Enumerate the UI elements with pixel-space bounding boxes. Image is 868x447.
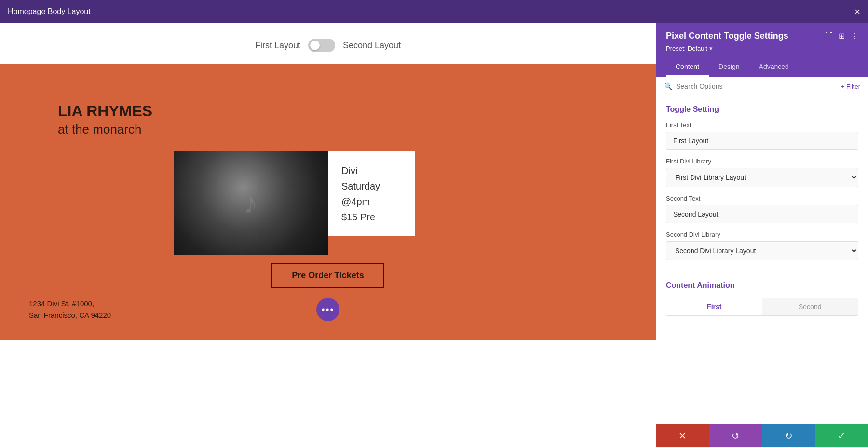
ticket-button[interactable]: Pre Order Tickets (271, 263, 384, 288)
second-text-input[interactable] (666, 205, 858, 223)
toggle-section-title: Toggle Setting (666, 105, 719, 114)
ticket-btn-container: Pre Order Tickets (29, 263, 627, 288)
panel-title-row: Pixel Content Toggle Settings ⛶ ⊞ ⋮ (666, 31, 858, 41)
layout-toggle[interactable] (308, 39, 335, 52)
main-area: First Layout Second Layout LIA RHYMES at… (0, 23, 868, 447)
toggle-setting-section: Toggle Setting ⋮ First Text First Divi L… (656, 96, 868, 272)
panel-preset: Preset: Default ▾ (666, 45, 858, 52)
toggle-row: First Layout Second Layout (0, 23, 656, 64)
animation-section-header: Content Animation ⋮ (666, 280, 858, 291)
cancel-icon: ✕ (678, 430, 687, 442)
animation-section-title: Content Animation (666, 281, 735, 290)
fullscreen-icon[interactable]: ⛶ (825, 32, 833, 41)
reset-icon: ↺ (732, 430, 740, 442)
preview-area: First Layout Second Layout LIA RHYMES at… (0, 23, 656, 447)
artist-name: LIA RHYMES (58, 102, 598, 120)
animation-section-more-icon[interactable]: ⋮ (850, 280, 858, 291)
second-divi-field: Second Divi Library Second Divi Library … (666, 231, 858, 260)
event-info-card: DiviSaturday@4pm$15 Pre (328, 151, 415, 236)
confirm-icon: ✓ (838, 430, 846, 442)
tab-design[interactable]: Design (709, 58, 749, 77)
toggle-section-more-icon[interactable]: ⋮ (850, 104, 858, 115)
event-address: 1234 Divi St. #1000, San Francisco, CA 9… (29, 298, 111, 321)
search-icon: 🔍 (664, 82, 672, 90)
animation-tabs: First Second (666, 298, 858, 316)
layout-icon[interactable]: ⊞ (839, 31, 845, 41)
second-layout-label: Second Layout (343, 41, 401, 51)
address-line1: 1234 Divi St. #1000, (29, 299, 94, 308)
venue-name: at the monarch (58, 122, 598, 137)
event-photo (174, 151, 328, 255)
first-text-field: First Text (666, 122, 858, 150)
top-bar: Homepage Body Layout × (0, 0, 868, 23)
panel-title: Pixel Content Toggle Settings (666, 31, 788, 41)
first-divi-select[interactable]: First Divi Library Layout (666, 168, 858, 187)
first-text-input[interactable] (666, 132, 858, 150)
second-divi-label: Second Divi Library (666, 231, 858, 238)
address-line2: San Francisco, CA 94220 (29, 311, 111, 319)
panel-body: 🔍 + Filter Toggle Setting ⋮ First Text F… (656, 77, 868, 424)
second-text-label: Second Text (666, 195, 858, 202)
filter-button[interactable]: + Filter (841, 83, 860, 90)
refresh-icon: ↻ (785, 430, 793, 442)
first-divi-label: First Divi Library (666, 158, 858, 165)
anim-tab-first[interactable]: First (666, 298, 762, 315)
first-text-label: First Text (666, 122, 858, 129)
bottom-action-bar: ✕ ↺ ↻ ✓ (656, 424, 868, 447)
confirm-button[interactable]: ✓ (815, 424, 868, 447)
second-text-field: Second Text (666, 195, 858, 223)
anim-tab-second[interactable]: Second (762, 298, 858, 315)
reset-button[interactable]: ↺ (709, 424, 762, 447)
tab-content[interactable]: Content (666, 58, 709, 77)
search-input[interactable] (676, 82, 837, 90)
settings-panel: Pixel Content Toggle Settings ⛶ ⊞ ⋮ Pres… (656, 23, 868, 447)
panel-header-icons: ⛶ ⊞ ⋮ (825, 31, 858, 41)
panel-tabs: Content Design Advanced (666, 58, 858, 77)
cancel-button[interactable]: ✕ (656, 424, 709, 447)
tab-advanced[interactable]: Advanced (749, 58, 799, 77)
event-section: LIA RHYMES at the monarch DiviSaturday@4… (0, 64, 656, 340)
first-layout-label: First Layout (255, 41, 300, 51)
close-button[interactable]: × (854, 7, 860, 16)
more-icon[interactable]: ⋮ (851, 31, 858, 41)
second-divi-select[interactable]: Second Divi Library Layout (666, 241, 858, 260)
refresh-button[interactable]: ↻ (762, 424, 815, 447)
first-divi-field: First Divi Library First Divi Library La… (666, 158, 858, 187)
toggle-section-header: Toggle Setting ⋮ (666, 104, 858, 115)
search-row: 🔍 + Filter (656, 77, 868, 96)
content-animation-section: Content Animation ⋮ First Second (656, 272, 868, 320)
dots-button[interactable]: ••• (316, 298, 339, 321)
window-title: Homepage Body Layout (8, 7, 91, 16)
dots-icon: ••• (321, 304, 334, 315)
event-info-text: DiviSaturday@4pm$15 Pre (341, 163, 401, 225)
panel-header: Pixel Content Toggle Settings ⛶ ⊞ ⋮ Pres… (656, 23, 868, 77)
